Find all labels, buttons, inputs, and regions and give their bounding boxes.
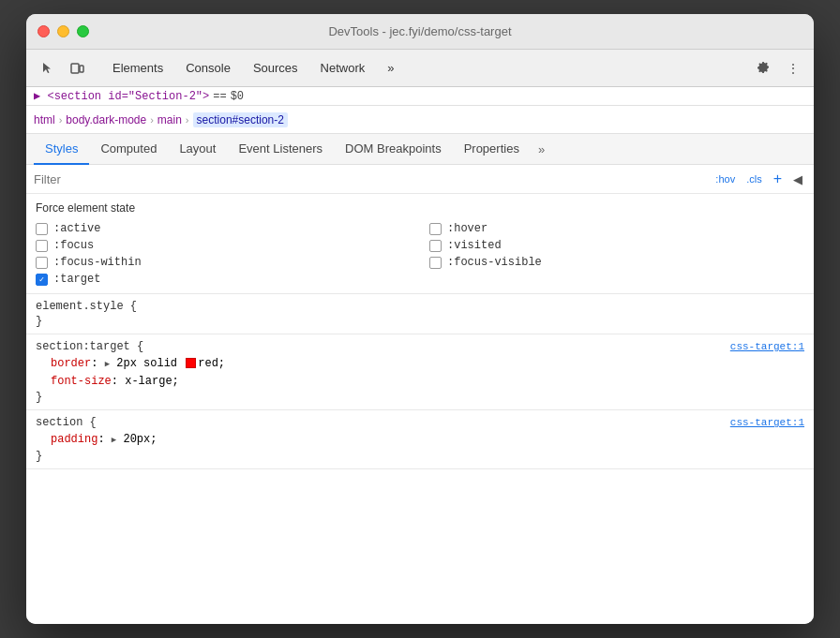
devtools-icons: [34, 55, 90, 82]
tab-dom-breakpoints[interactable]: DOM Breakpoints: [334, 134, 453, 165]
breadcrumb-bar: html › body.dark-mode › main › section#s…: [26, 106, 814, 134]
close-button[interactable]: [38, 25, 50, 37]
state-hover-label: :hover: [447, 222, 488, 235]
css-prop-val-border: 2px solid: [110, 357, 184, 370]
state-grid: :active :hover :focus :visited: [36, 222, 804, 286]
css-selector-section-target: section:target {: [36, 340, 143, 353]
element-equals: ==: [213, 90, 226, 103]
tab-network[interactable]: Network: [309, 53, 377, 82]
css-rule-section: section { css-target:1 padding: ▶ 20px; …: [26, 410, 814, 468]
state-focus-visible: :focus-visible: [429, 256, 804, 269]
sidebar-toggle-icon[interactable]: ◀: [789, 171, 806, 188]
breadcrumb-section[interactable]: section#section-2: [193, 112, 288, 127]
checkbox-focus-within[interactable]: [36, 257, 48, 269]
css-rule-header-section-target: section:target { css-target:1: [36, 340, 804, 353]
devtools-window: DevTools - jec.fyi/demo/css-target Eleme…: [26, 14, 814, 624]
filter-input[interactable]: [34, 172, 708, 186]
css-rule-section-target: section:target { css-target:1 border: ▶ …: [26, 334, 814, 410]
device-icon[interactable]: [64, 55, 90, 82]
css-closing-element-style: }: [36, 315, 804, 328]
svg-rect-1: [80, 66, 83, 72]
css-prop-name-font-size: font-size: [51, 375, 112, 388]
checkbox-visited[interactable]: [429, 240, 442, 252]
tab-styles[interactable]: Styles: [34, 134, 89, 165]
element-tag: ▶ <section id="Section-2">: [34, 89, 209, 103]
force-state-title: Force element state: [36, 201, 804, 215]
css-selector-element-style: element.style {: [36, 300, 137, 313]
state-target: :target: [36, 273, 411, 286]
css-prop-border: border: ▶ 2px solid red;: [36, 355, 804, 373]
title-bar: DevTools - jec.fyi/demo/css-target: [26, 14, 814, 50]
element-dollar: $0: [231, 90, 244, 103]
state-visited-label: :visited: [447, 239, 502, 252]
tab-console[interactable]: Console: [174, 53, 242, 82]
maximize-button[interactable]: [77, 25, 89, 37]
more-options-icon[interactable]: ⋮: [780, 55, 806, 82]
state-active: :active: [36, 222, 411, 235]
panel-tab-bar: Styles Computed Layout Event Listeners D…: [26, 134, 814, 165]
state-visited: :visited: [429, 239, 804, 252]
state-hover: :hover: [429, 222, 804, 235]
styles-panel: :hov .cls + ◀ Force element state :activ…: [26, 165, 814, 624]
devtools-tab-bar: Elements Console Sources Network » ⋮: [26, 50, 814, 87]
force-state-section: Force element state :active :hover: [26, 194, 814, 294]
css-closing-section-target: }: [36, 391, 804, 404]
hov-button[interactable]: :hov: [712, 171, 739, 186]
cls-button[interactable]: .cls: [742, 171, 766, 186]
css-prop-val-red: red;: [198, 357, 225, 370]
tab-computed[interactable]: Computed: [89, 134, 168, 165]
traffic-lights: [38, 25, 89, 37]
devtools-right-controls: ⋮: [750, 55, 806, 82]
window-title: DevTools - jec.fyi/demo/css-target: [328, 24, 511, 38]
state-focus: :focus: [36, 239, 411, 252]
tab-more[interactable]: »: [376, 53, 405, 82]
css-prop-font-size: font-size: x-large;: [36, 373, 804, 391]
state-focus-within-label: :focus-within: [53, 256, 142, 269]
checkbox-target[interactable]: [36, 274, 48, 286]
cursor-icon[interactable]: [34, 55, 60, 82]
element-info-bar: ▶ <section id="Section-2"> == $0: [26, 87, 814, 106]
breadcrumb-body[interactable]: body.dark-mode: [66, 113, 146, 126]
css-closing-section: }: [36, 450, 804, 463]
css-prop-name-padding: padding: [51, 433, 98, 446]
css-prop-padding: padding: ▶ 20px;: [36, 431, 804, 449]
checkbox-active[interactable]: [36, 223, 48, 235]
css-rule-header-section: section { css-target:1: [36, 416, 804, 429]
css-selector-section: section {: [36, 416, 97, 429]
state-focus-visible-label: :focus-visible: [447, 256, 542, 269]
minimize-button[interactable]: [57, 25, 69, 37]
tab-elements[interactable]: Elements: [101, 53, 174, 82]
settings-icon[interactable]: [750, 55, 776, 82]
css-rule-element-style: element.style { }: [26, 294, 814, 334]
breadcrumb-html[interactable]: html: [34, 113, 55, 126]
checkbox-focus[interactable]: [36, 240, 48, 252]
tab-properties[interactable]: Properties: [453, 134, 531, 165]
color-swatch-red[interactable]: [186, 358, 196, 368]
breadcrumb-main[interactable]: main: [158, 113, 182, 126]
plus-button[interactable]: +: [770, 169, 786, 189]
css-rule-header-element-style: element.style {: [36, 300, 804, 313]
tab-event-listeners[interactable]: Event Listeners: [227, 134, 334, 165]
css-prop-val-padding: 20px;: [116, 433, 157, 446]
state-focus-label: :focus: [53, 239, 94, 252]
styles-scroll[interactable]: Force element state :active :hover: [26, 194, 814, 624]
panel-tab-more[interactable]: »: [534, 135, 548, 164]
tab-sources[interactable]: Sources: [242, 53, 309, 82]
state-active-label: :active: [53, 222, 100, 235]
tab-layout[interactable]: Layout: [168, 134, 227, 165]
css-prop-name-border: border: [51, 357, 91, 370]
checkbox-focus-visible[interactable]: [429, 257, 442, 269]
state-target-label: :target: [53, 273, 100, 286]
svg-rect-0: [71, 64, 79, 73]
state-focus-within: :focus-within: [36, 256, 411, 269]
styles-content: Force element state :active :hover: [26, 194, 814, 624]
css-link-section[interactable]: css-target:1: [730, 417, 804, 428]
checkbox-hover[interactable]: [429, 223, 442, 235]
css-link-section-target[interactable]: css-target:1: [730, 341, 804, 352]
filter-bar: :hov .cls + ◀: [26, 165, 814, 194]
